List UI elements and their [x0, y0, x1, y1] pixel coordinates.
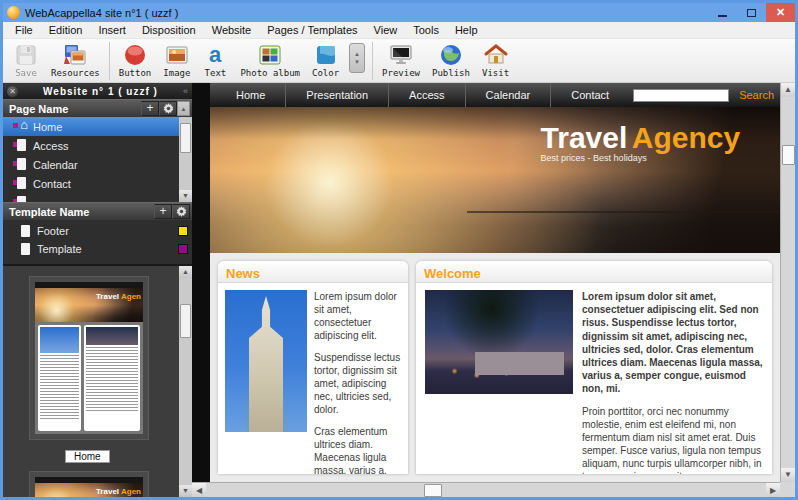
menu-pages-templates[interactable]: Pages / Templates [259, 22, 365, 39]
resources-button[interactable]: Resources [45, 41, 106, 79]
page-list: ⌂ Home Access Calendar Contact [3, 117, 179, 202]
save-button[interactable]: Save [7, 41, 45, 79]
banner-title-white: Travel [541, 121, 628, 154]
toolbar-overflow-widget[interactable]: ▲ ▼ [349, 43, 365, 73]
page-item-home[interactable]: ⌂ Home [3, 117, 179, 136]
title-bar: WebAcappella4 site n°1 ( uzzf ) ✕ [3, 3, 795, 22]
thumb-banner: Travel Agen [35, 288, 143, 322]
menu-bar: File Edition Insert Disposition Website … [3, 22, 795, 39]
pages-panel-title: Page Name [9, 103, 141, 115]
pages-scrollbar[interactable]: ▼ [179, 117, 192, 202]
sidebar-collapse-icon[interactable]: « [183, 86, 188, 96]
site-nav-home[interactable]: Home [210, 83, 285, 107]
scroll-left-icon[interactable]: ◀ [192, 483, 206, 497]
templates-panel-header: Template Name + [3, 202, 192, 220]
page-icon [13, 196, 26, 202]
menu-insert[interactable]: Insert [90, 22, 134, 39]
footer-color-swatch[interactable] [178, 226, 188, 236]
menu-view[interactable]: View [366, 22, 406, 39]
banner-title-orange: Agency [632, 121, 740, 154]
page-item-access[interactable]: Access [3, 136, 179, 155]
welcome-lead-paragraph[interactable]: Lorem ipsum dolor sit amet, consectetuer… [582, 290, 763, 396]
news-heading: News [226, 266, 260, 281]
news-cathedral-image[interactable] [225, 290, 307, 432]
photo-album-label: Photo album [240, 68, 300, 78]
site-content: News Lorem ipsum dolor sit amet, consect… [210, 253, 780, 482]
button-tool-button[interactable]: Button [113, 41, 158, 79]
thumbnail-home[interactable]: Travel Agen [29, 276, 149, 440]
preview-label: Preview [382, 68, 420, 78]
page-item-contact[interactable]: Contact [3, 174, 179, 193]
news-paragraph[interactable]: Lorem ipsum dolor sit amet, consectetuer… [314, 290, 401, 342]
template-item-footer[interactable]: Footer [3, 222, 192, 240]
page-item-label: Home [33, 121, 62, 133]
site-search-input[interactable] [633, 89, 729, 102]
thumbnail-next-partial[interactable]: Travel Agen [29, 471, 149, 497]
canvas-horizontal-scrollbar[interactable]: ◀ ▶ [192, 482, 780, 497]
pages-panel-header: Page Name + ▲ [3, 99, 192, 117]
horizontal-scroll-thumb[interactable] [424, 484, 442, 497]
news-heading-bar: News [218, 261, 408, 283]
welcome-heading: Welcome [424, 266, 481, 281]
page-icon [13, 158, 26, 171]
menu-edition[interactable]: Edition [41, 22, 91, 39]
website-page-canvas[interactable]: Home Presentation Access Calendar Contac… [210, 83, 780, 482]
sidebar-close-icon[interactable]: ✕ [7, 86, 18, 97]
photo-album-button[interactable]: Photo album [234, 41, 306, 79]
scroll-down-icon[interactable]: ▼ [781, 468, 795, 482]
app-icon [7, 6, 20, 19]
welcome-paragraph[interactable]: Proin porttitor, orci nec nonummy molest… [582, 405, 763, 475]
image-tool-button[interactable]: Image [157, 41, 196, 79]
visit-button[interactable]: Visit [476, 41, 515, 79]
site-nav-presentation[interactable]: Presentation [285, 83, 388, 107]
pages-scroll-down[interactable]: ▼ [179, 190, 192, 202]
site-nav-contact[interactable]: Contact [550, 83, 629, 107]
canvas-vertical-scrollbar[interactable]: ▲ ▼ [780, 83, 795, 482]
site-nav-access[interactable]: Access [388, 83, 464, 107]
menu-tools[interactable]: Tools [405, 22, 447, 39]
thumbs-scroll-up[interactable]: ▲ [179, 266, 192, 278]
menu-file[interactable]: File [7, 22, 41, 39]
menu-website[interactable]: Website [204, 22, 260, 39]
news-paragraph[interactable]: Suspendisse lectus tortor, dignissim sit… [314, 351, 401, 416]
page-item-partial [3, 193, 179, 202]
news-panel[interactable]: News Lorem ipsum dolor sit amet, consect… [218, 261, 408, 474]
pages-settings-button[interactable] [159, 101, 177, 116]
news-paragraph[interactable]: Cras elementum ultrices diam. Maecenas l… [314, 425, 401, 474]
text-tool-button[interactable]: a Text [196, 41, 234, 79]
template-color-swatch[interactable] [178, 244, 188, 254]
site-nav-bar[interactable]: Home Presentation Access Calendar Contac… [210, 83, 780, 107]
resources-label: Resources [51, 68, 100, 78]
close-button[interactable]: ✕ [766, 3, 795, 22]
welcome-panel[interactable]: Welcome Lorem ipsum dolor sit amet, cons… [416, 261, 772, 474]
page-item-label: Contact [33, 178, 71, 190]
welcome-bridge-image[interactable] [425, 290, 573, 394]
site-search-label[interactable]: Search [739, 89, 774, 101]
preview-button[interactable]: Preview [376, 41, 426, 79]
thumbs-scroll-down[interactable]: ▼ [179, 485, 192, 497]
menu-disposition[interactable]: Disposition [134, 22, 204, 39]
app-window: WebAcappella4 site n°1 ( uzzf ) ✕ File E… [0, 0, 798, 500]
sidebar-header: ✕ Website n° 1 ( uzzf ) « [3, 83, 192, 99]
page-item-calendar[interactable]: Calendar [3, 155, 179, 174]
publish-button[interactable]: Publish [426, 41, 476, 79]
minimize-button[interactable] [708, 3, 737, 22]
color-tool-button[interactable]: Color [306, 41, 345, 79]
maximize-button[interactable] [737, 3, 766, 22]
add-template-button[interactable]: + [154, 204, 172, 219]
scroll-right-icon[interactable]: ▶ [766, 483, 780, 497]
image-tool-label: Image [163, 68, 190, 78]
vertical-scroll-thumb[interactable] [782, 145, 795, 165]
page-item-label: Calendar [33, 159, 78, 171]
site-banner[interactable]: Travel Agency Best prices - Best holiday… [210, 107, 780, 253]
template-item-label: Template [37, 243, 171, 255]
thumbnails-scrollbar[interactable]: ▲ ▼ [179, 266, 192, 497]
menu-help[interactable]: Help [447, 22, 486, 39]
template-item-template[interactable]: Template [3, 240, 192, 258]
scroll-up-icon[interactable]: ▲ [781, 83, 795, 97]
add-page-button[interactable]: + [141, 101, 159, 116]
site-nav-calendar[interactable]: Calendar [465, 83, 551, 107]
pages-scroll-up[interactable]: ▲ [177, 101, 190, 116]
page-item-label: Access [33, 140, 68, 152]
templates-settings-button[interactable] [172, 204, 190, 219]
